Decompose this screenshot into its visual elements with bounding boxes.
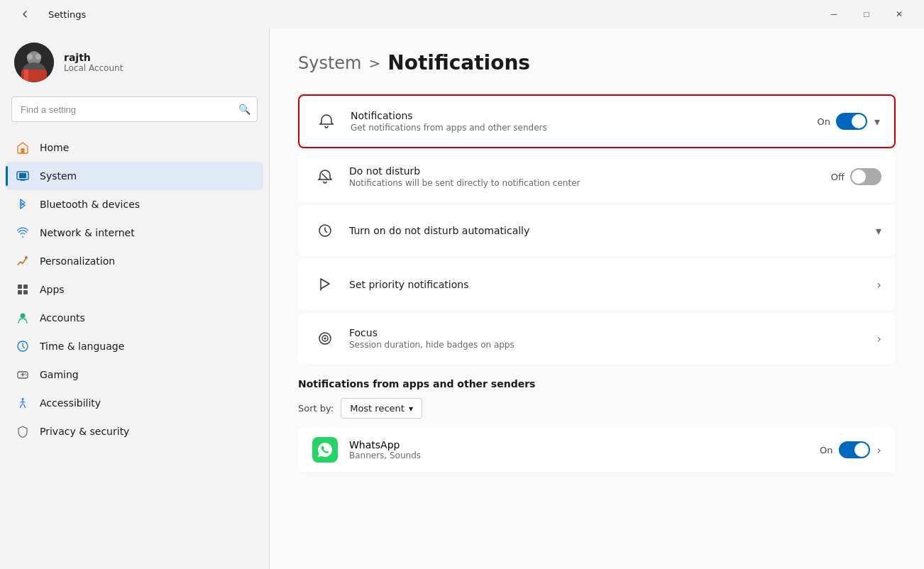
sidebar-item-gaming[interactable]: Gaming: [6, 360, 263, 389]
close-button[interactable]: ✕: [883, 3, 915, 26]
sort-option: Most recent: [350, 403, 405, 414]
back-button[interactable]: [9, 3, 41, 26]
breadcrumb: System > Notifications: [298, 51, 896, 74]
system-icon: [16, 169, 30, 183]
accounts-icon: [16, 311, 30, 325]
sidebar-item-apps[interactable]: Apps: [6, 275, 263, 304]
nav-label-apps: Apps: [40, 284, 65, 295]
priority-icon: [312, 272, 338, 297]
svg-rect-12: [18, 284, 22, 289]
svg-line-22: [322, 174, 328, 179]
sidebar-item-accounts[interactable]: Accounts: [6, 304, 263, 332]
svg-rect-13: [23, 284, 28, 289]
dnd-row: Do not disturb Notifications will be sen…: [298, 151, 896, 202]
nav-label-bluetooth: Bluetooth & devices: [40, 199, 140, 210]
focus-row[interactable]: Focus Session duration, hide badges on a…: [298, 313, 896, 364]
notifications-control: On ▾: [817, 113, 880, 130]
whatsapp-row: WhatsApp Banners, Sounds On ›: [298, 427, 896, 473]
nav-label-accessibility: Accessibility: [40, 397, 101, 409]
whatsapp-chevron-icon[interactable]: ›: [877, 443, 881, 457]
dnd-card: Do not disturb Notifications will be sen…: [298, 151, 896, 202]
avatar: [14, 43, 54, 82]
sidebar-item-network[interactable]: Network & internet: [6, 219, 263, 247]
search-input[interactable]: [11, 96, 258, 122]
auto-dnd-control: ▾: [876, 224, 881, 238]
focus-icon: [312, 326, 338, 351]
personalization-icon: [16, 254, 30, 268]
breadcrumb-current: Notifications: [387, 51, 530, 74]
dnd-icon: [312, 164, 338, 189]
apps-section-header: Notifications from apps and other sender…: [298, 378, 896, 390]
focus-card: Focus Session duration, hide badges on a…: [298, 313, 896, 364]
sidebar-item-system[interactable]: System: [6, 162, 263, 190]
app-notifications-card: WhatsApp Banners, Sounds On ›: [298, 427, 896, 473]
svg-point-11: [25, 256, 28, 259]
svg-rect-10: [19, 173, 26, 178]
accessibility-icon: [16, 396, 30, 410]
whatsapp-toggle[interactable]: [839, 441, 870, 458]
svg-point-26: [324, 338, 326, 340]
svg-point-16: [21, 314, 26, 319]
svg-rect-14: [18, 290, 22, 294]
sidebar-item-home[interactable]: Home: [6, 133, 263, 162]
auto-dnd-card: Turn on do not disturb automatically ▾: [298, 205, 896, 256]
user-section: rajth Local Account: [0, 28, 269, 94]
dnd-toggle[interactable]: [850, 168, 881, 185]
sidebar-item-time[interactable]: Time & language: [6, 332, 263, 360]
minimize-button[interactable]: ─: [818, 3, 850, 26]
search-icon: 🔍: [238, 104, 251, 115]
maximize-button[interactable]: □: [850, 3, 883, 26]
priority-row[interactable]: Set priority notifications ›: [298, 259, 896, 310]
user-account-type: Local Account: [64, 63, 123, 73]
sidebar-item-bluetooth[interactable]: Bluetooth & devices: [6, 190, 263, 219]
sort-chevron-icon: ▾: [409, 404, 413, 414]
whatsapp-toggle-container: On: [820, 441, 869, 458]
notifications-toggle-label: On: [817, 116, 830, 127]
notifications-subtitle: Get notifications from apps and other se…: [351, 123, 817, 133]
sidebar-item-accessibility[interactable]: Accessibility: [6, 389, 263, 417]
nav-label-gaming: Gaming: [40, 369, 79, 380]
whatsapp-text: WhatsApp Banners, Sounds: [349, 439, 820, 460]
notifications-chevron-icon[interactable]: ▾: [874, 115, 880, 128]
gaming-icon: [16, 368, 30, 382]
app-body: rajth Local Account 🔍 Home: [0, 28, 924, 569]
user-name: rajth: [64, 52, 123, 63]
priority-title: Set priority notifications: [349, 279, 877, 290]
breadcrumb-parent: System: [298, 53, 362, 73]
notifications-row: Notifications Get notifications from app…: [299, 96, 894, 147]
whatsapp-subtitle: Banners, Sounds: [349, 451, 820, 460]
svg-point-21: [22, 398, 24, 400]
sort-row: Sort by: Most recent ▾: [298, 398, 896, 419]
priority-text: Set priority notifications: [349, 279, 877, 290]
sidebar-item-personalization[interactable]: Personalization: [6, 247, 263, 275]
sort-select[interactable]: Most recent ▾: [341, 398, 422, 419]
notifications-toggle[interactable]: [836, 113, 867, 130]
dnd-toggle-container: Off: [831, 168, 881, 185]
dnd-subtitle: Notifications will be sent directly to n…: [349, 178, 831, 188]
focus-control: ›: [877, 332, 881, 346]
svg-point-20: [26, 375, 27, 376]
auto-dnd-row[interactable]: Turn on do not disturb automatically ▾: [298, 205, 896, 256]
whatsapp-control: On ›: [820, 441, 881, 458]
apps-icon: [16, 282, 30, 297]
nav-list: Home System Bluetooth: [0, 131, 269, 448]
whatsapp-title: WhatsApp: [349, 439, 820, 451]
privacy-icon: [16, 424, 30, 438]
sidebar: rajth Local Account 🔍 Home: [0, 28, 270, 569]
focus-chevron-icon: ›: [877, 332, 881, 346]
home-icon: [16, 140, 30, 155]
sort-label: Sort by:: [298, 403, 334, 414]
notifications-icon: [314, 109, 339, 134]
nav-label-home: Home: [40, 142, 69, 153]
focus-subtitle: Session duration, hide badges on apps: [349, 340, 877, 350]
sidebar-item-privacy[interactable]: Privacy & security: [6, 417, 263, 446]
svg-rect-7: [24, 70, 28, 82]
nav-label-privacy: Privacy & security: [40, 426, 129, 437]
svg-point-19: [25, 373, 26, 375]
search-box: 🔍: [11, 96, 258, 122]
nav-label-personalization: Personalization: [40, 255, 115, 267]
titlebar-left: Settings: [9, 3, 86, 26]
priority-card: Set priority notifications ›: [298, 259, 896, 310]
dnd-text: Do not disturb Notifications will be sen…: [349, 165, 831, 188]
priority-control: ›: [877, 278, 881, 292]
